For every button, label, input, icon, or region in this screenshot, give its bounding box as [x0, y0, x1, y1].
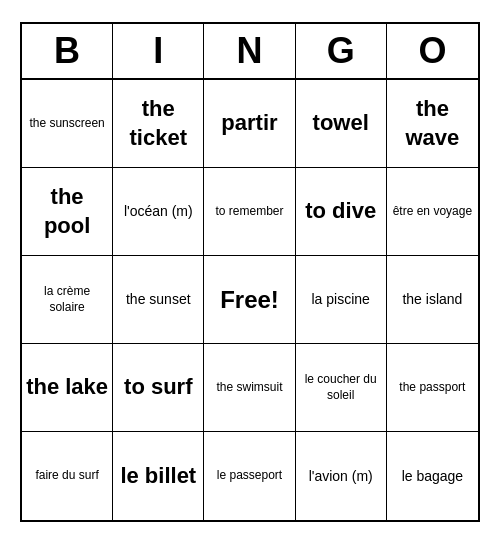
bingo-cell: la crème solaire	[22, 256, 113, 344]
header-letter: G	[296, 24, 387, 78]
bingo-cell: the ticket	[113, 80, 204, 168]
bingo-cell: l'océan (m)	[113, 168, 204, 256]
bingo-cell: the sunset	[113, 256, 204, 344]
bingo-cell: to surf	[113, 344, 204, 432]
bingo-cell: partir	[204, 80, 295, 168]
bingo-header: BINGO	[22, 24, 478, 80]
bingo-cell: the lake	[22, 344, 113, 432]
bingo-cell: the passport	[387, 344, 478, 432]
bingo-cell: the pool	[22, 168, 113, 256]
header-letter: B	[22, 24, 113, 78]
bingo-cell: the sunscreen	[22, 80, 113, 168]
header-letter: I	[113, 24, 204, 78]
bingo-grid: the sunscreenthe ticketpartirtowelthe wa…	[22, 80, 478, 520]
header-letter: O	[387, 24, 478, 78]
bingo-cell: the wave	[387, 80, 478, 168]
header-letter: N	[204, 24, 295, 78]
bingo-cell: Free!	[204, 256, 295, 344]
bingo-cell: la piscine	[296, 256, 387, 344]
bingo-cell: le passeport	[204, 432, 295, 520]
bingo-cell: to remember	[204, 168, 295, 256]
bingo-cell: the swimsuit	[204, 344, 295, 432]
bingo-cell: faire du surf	[22, 432, 113, 520]
bingo-cell: l'avion (m)	[296, 432, 387, 520]
bingo-cell: être en voyage	[387, 168, 478, 256]
bingo-cell: towel	[296, 80, 387, 168]
bingo-cell: the island	[387, 256, 478, 344]
bingo-cell: le coucher du soleil	[296, 344, 387, 432]
bingo-card: BINGO the sunscreenthe ticketpartirtowel…	[20, 22, 480, 522]
bingo-cell: le bagage	[387, 432, 478, 520]
bingo-cell: le billet	[113, 432, 204, 520]
bingo-cell: to dive	[296, 168, 387, 256]
